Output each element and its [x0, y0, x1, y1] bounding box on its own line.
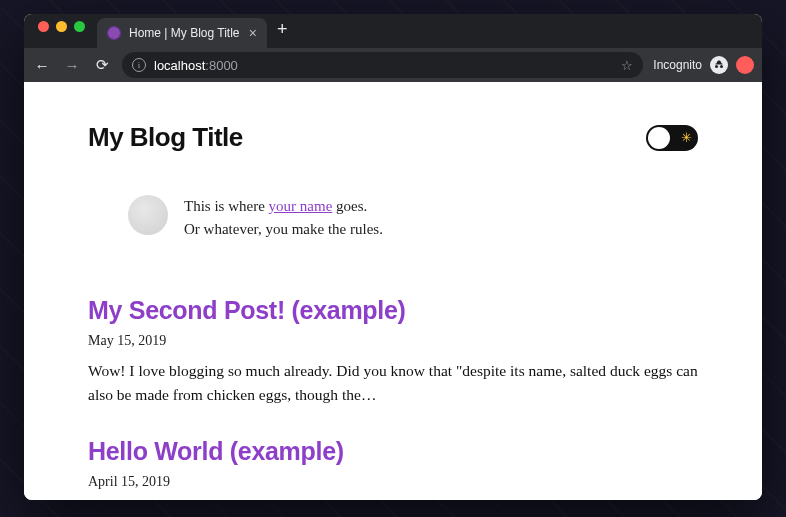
page-content: My Blog Title ✳ This is where your name …	[88, 82, 698, 500]
site-title[interactable]: My Blog Title	[88, 122, 243, 153]
forward-button[interactable]: →	[62, 57, 82, 74]
dark-mode-toggle[interactable]: ✳	[646, 125, 698, 151]
sun-icon: ✳	[681, 130, 692, 146]
url-port: :8000	[205, 58, 238, 73]
post-item: Hello World (example) April 15, 2019	[88, 437, 698, 490]
close-tab-icon[interactable]: ×	[249, 26, 257, 40]
bio-prefix: This is where	[184, 198, 269, 214]
author-bio: This is where your name goes. Or whateve…	[128, 195, 698, 240]
toggle-knob	[648, 127, 670, 149]
incognito-label: Incognito	[653, 58, 702, 72]
author-name-link[interactable]: your name	[269, 198, 333, 214]
toolbar-right: Incognito	[653, 56, 754, 74]
back-button[interactable]: ←	[32, 57, 52, 74]
page-viewport[interactable]: My Blog Title ✳ This is where your name …	[24, 82, 762, 500]
new-tab-button[interactable]: +	[267, 15, 298, 48]
post-item: My Second Post! (example) May 15, 2019 W…	[88, 296, 698, 407]
reload-button[interactable]: ⟳	[92, 56, 112, 74]
maximize-window-button[interactable]	[74, 21, 85, 32]
close-window-button[interactable]	[38, 21, 49, 32]
gatsby-favicon-icon	[107, 26, 121, 40]
window-controls	[32, 21, 91, 42]
browser-tab[interactable]: Home | My Blog Title ×	[97, 18, 267, 48]
minimize-window-button[interactable]	[56, 21, 67, 32]
post-excerpt: Wow! I love blogging so much already. Di…	[88, 359, 698, 407]
extension-icon[interactable]	[736, 56, 754, 74]
avatar	[128, 195, 168, 235]
bookmark-star-icon[interactable]: ☆	[621, 58, 633, 73]
post-title-link[interactable]: My Second Post! (example)	[88, 296, 698, 325]
post-title-link[interactable]: Hello World (example)	[88, 437, 698, 466]
site-info-icon[interactable]: i	[132, 58, 146, 72]
browser-toolbar: ← → ⟳ i localhost:8000 ☆ Incognito	[24, 48, 762, 82]
browser-tabstrip: Home | My Blog Title × +	[24, 14, 762, 48]
url-host: localhost	[154, 58, 205, 73]
post-date: April 15, 2019	[88, 474, 698, 490]
address-bar[interactable]: i localhost:8000 ☆	[122, 52, 643, 78]
bio-suffix: goes.	[332, 198, 367, 214]
bio-text: This is where your name goes. Or whateve…	[184, 195, 383, 240]
site-header: My Blog Title ✳	[88, 122, 698, 153]
bio-line2: Or whatever, you make the rules.	[184, 218, 383, 241]
browser-window: Home | My Blog Title × + ← → ⟳ i localho…	[24, 14, 762, 500]
incognito-icon[interactable]	[710, 56, 728, 74]
tab-title: Home | My Blog Title	[129, 26, 239, 40]
post-date: May 15, 2019	[88, 333, 698, 349]
